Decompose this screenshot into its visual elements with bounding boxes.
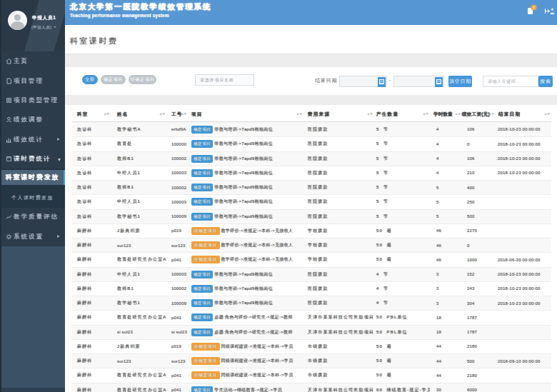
svg-text:7: 7 bbox=[533, 6, 535, 10]
